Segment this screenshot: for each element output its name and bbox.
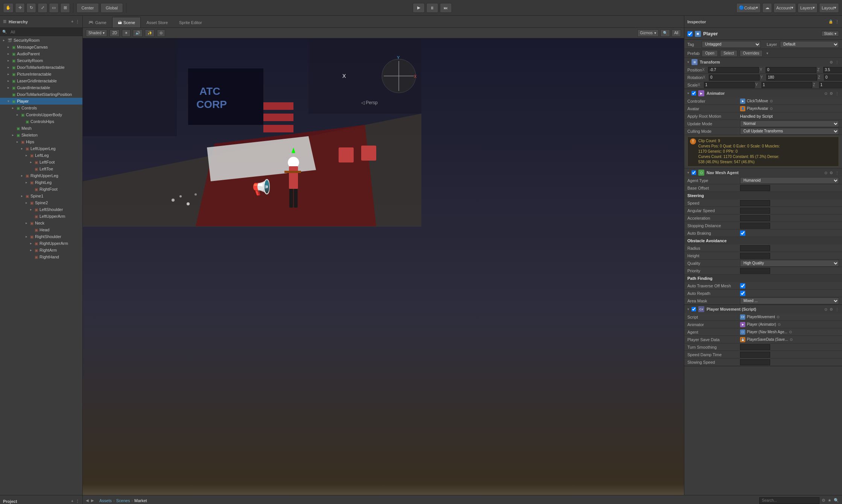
hierarchy-item[interactable]: ▸ ▣ GuardInteractable <box>0 84 82 91</box>
tab-game[interactable]: 🎮 Game <box>83 17 112 27</box>
scene-viewport[interactable]: ATC CORP 📢 <box>83 38 684 495</box>
stopping-distance-input[interactable]: 0.15 <box>740 223 770 229</box>
speed-damp-input[interactable]: 0.1 <box>740 352 770 358</box>
hierarchy-item[interactable]: ▸ ▣ LeftToe <box>0 165 82 172</box>
nav-settings-icon[interactable]: ⚙ <box>830 171 833 175</box>
hierarchy-item[interactable]: ▸ ▣ Mesh <box>0 125 82 132</box>
tab-asset-store[interactable]: Asset Store <box>141 17 173 27</box>
transform-more-icon[interactable]: ⋮ <box>835 60 839 64</box>
hierarchy-item[interactable]: ▸ ▣ AudioParent <box>0 50 82 57</box>
pm-animator-target-btn[interactable]: ⊙ <box>778 322 781 326</box>
radius-input[interactable]: 0.5 <box>740 245 770 251</box>
auto-braking-checkbox[interactable] <box>740 231 745 236</box>
nav-ref-btn[interactable]: ⊙ <box>824 171 827 175</box>
all-filter[interactable]: All <box>672 29 681 37</box>
rotation-y-input[interactable] <box>766 74 817 80</box>
project-menu-btn[interactable]: ⋮ <box>76 499 79 503</box>
hidden-toggle[interactable]: ⊙ <box>157 29 165 37</box>
inspector-menu-btn[interactable]: ⋮ <box>835 20 839 24</box>
scale-y-input[interactable] <box>761 82 812 88</box>
asset-search-input[interactable] <box>759 497 819 504</box>
hierarchy-item[interactable]: ▸ ▣ MessageCanvas <box>0 44 82 50</box>
hierarchy-add-btn[interactable]: + <box>71 20 73 24</box>
nav-enabled-checkbox[interactable] <box>692 170 696 175</box>
asset-settings-icon[interactable]: ⚙ <box>822 498 825 503</box>
hierarchy-item[interactable]: ▸ ▣ ControlsUpperBody <box>0 111 82 118</box>
asset-forward-btn[interactable]: ▶ <box>91 498 94 502</box>
hierarchy-item[interactable]: ▸ ▣ Spine1 <box>0 193 82 199</box>
hierarchy-item[interactable]: ▸ ▣ DoorToMarketInteractable <box>0 64 82 71</box>
pm-ref-btn[interactable]: ⊙ <box>824 307 827 311</box>
avatar-target-btn[interactable]: ⊙ <box>770 106 773 111</box>
position-z-input[interactable] <box>823 67 842 73</box>
tab-scene[interactable]: 🏔 Scene <box>112 17 141 27</box>
pause-button[interactable]: ⏸ <box>426 3 438 13</box>
cloud-btn[interactable]: ☁ <box>762 3 772 13</box>
hierarchy-item[interactable]: ▸ ▣ Controls <box>0 105 82 111</box>
hierarchy-item[interactable]: ▸ ▣ LeftUpperLeg <box>0 145 82 152</box>
prefab-select-btn[interactable]: Select <box>720 50 737 57</box>
lighting-toggle[interactable]: ☀ <box>122 29 131 37</box>
hierarchy-item[interactable]: ▸ ▣ RightFoot <box>0 186 82 193</box>
asset-search-icon[interactable]: 🔍 <box>834 498 839 503</box>
pm-enabled-checkbox[interactable] <box>692 307 696 311</box>
breadcrumb-scenes[interactable]: Scenes <box>116 498 130 503</box>
animator-more-icon[interactable]: ⋮ <box>835 91 839 96</box>
pm-agent-target-btn[interactable]: ⊙ <box>789 330 792 334</box>
animator-enabled-checkbox[interactable] <box>692 91 696 96</box>
hierarchy-item[interactable]: ▸ ▣ DoorToMarketStartingPosition <box>0 91 82 98</box>
hierarchy-item[interactable]: ▸ ▣ LeftLeg <box>0 152 82 159</box>
search-scene-btn[interactable]: 🔍 <box>660 29 670 37</box>
layers-btn[interactable]: Layers ▾ <box>798 3 818 13</box>
tab-sprite-editor[interactable]: Sprite Editor <box>173 17 208 27</box>
hand-tool-btn[interactable]: ✋ <box>3 3 14 13</box>
area-mask-dropdown[interactable]: Mixed ... <box>740 298 839 304</box>
position-y-input[interactable] <box>766 67 816 73</box>
breadcrumb-assets[interactable]: Assets <box>99 498 112 503</box>
play-button[interactable]: ▶ <box>413 3 425 13</box>
update-mode-dropdown[interactable]: Normal <box>740 120 839 127</box>
2d-toggle[interactable]: 2D <box>109 29 120 37</box>
hierarchy-item-player[interactable]: ▾ ▣ Player <box>0 98 82 105</box>
audio-toggle[interactable]: 🔊 <box>133 29 143 37</box>
prefab-open-btn[interactable]: Open <box>702 50 717 57</box>
culling-mode-dropdown[interactable]: Cull Update Transforms <box>740 128 839 135</box>
effects-toggle[interactable]: ✨ <box>145 29 155 37</box>
nav-more-icon[interactable]: ⋮ <box>835 171 839 175</box>
pm-script-target-btn[interactable]: ⊙ <box>777 315 780 319</box>
layout-btn[interactable]: Layout ▾ <box>819 3 839 13</box>
gizmos-btn[interactable]: Gizmos ▾ <box>637 29 659 37</box>
asset-star-icon[interactable]: ★ <box>828 498 831 503</box>
hierarchy-item[interactable]: ▸ ▣ ControlsHips <box>0 118 82 125</box>
hierarchy-item[interactable]: ▸ ▣ RightUpperLeg <box>0 172 82 179</box>
hierarchy-item[interactable]: ▸ ▣ LeftFoot <box>0 159 82 165</box>
hierarchy-item[interactable]: ▸ ▣ RightHand <box>0 254 82 260</box>
hierarchy-item[interactable]: ▸ ▣ Neck <box>0 220 82 226</box>
animator-header[interactable]: ▾ ▶ Animator ⊙ ⚙ ⋮ <box>684 89 842 97</box>
account-btn[interactable]: Account ▾ <box>774 3 796 13</box>
collab-btn[interactable]: 🔵 Collab ▾ <box>736 3 761 13</box>
player-active-checkbox[interactable] <box>687 31 693 36</box>
base-offset-input[interactable]: 0 <box>740 185 770 191</box>
controller-target-btn[interactable]: ⊙ <box>770 99 773 103</box>
position-x-input[interactable] <box>708 67 759 73</box>
hierarchy-menu-btn[interactable]: ⋮ <box>76 20 79 24</box>
angular-speed-input[interactable]: 120 <box>740 208 770 214</box>
scale-z-input[interactable] <box>819 82 842 88</box>
hierarchy-item[interactable]: ▸ ▣ SecurityRoom <box>0 57 82 64</box>
move-tool-btn[interactable]: ✛ <box>15 3 25 13</box>
auto-traverse-checkbox[interactable] <box>740 283 745 288</box>
height-input[interactable]: 2 <box>740 253 770 259</box>
pm-more-icon[interactable]: ⋮ <box>835 307 839 311</box>
pm-settings-icon[interactable]: ⚙ <box>830 307 833 311</box>
transform-settings-icon[interactable]: ⚙ <box>830 60 833 64</box>
agent-type-dropdown[interactable]: Humanoid <box>740 177 839 184</box>
tag-dropdown[interactable]: Untagged <box>702 41 761 48</box>
rotate-tool-btn[interactable]: ↻ <box>26 3 36 13</box>
step-button[interactable]: ⏭ <box>440 3 452 13</box>
project-add-btn[interactable]: + <box>71 499 73 503</box>
transform-tool-btn[interactable]: ⊞ <box>60 3 70 13</box>
scale-tool-btn[interactable]: ⤢ <box>38 3 47 13</box>
nav-mesh-header[interactable]: ▾ ⬡ Nav Mesh Agent ⊙ ⚙ ⋮ <box>684 169 842 177</box>
hierarchy-item[interactable]: ▸ ▣ RightArm <box>0 247 82 254</box>
